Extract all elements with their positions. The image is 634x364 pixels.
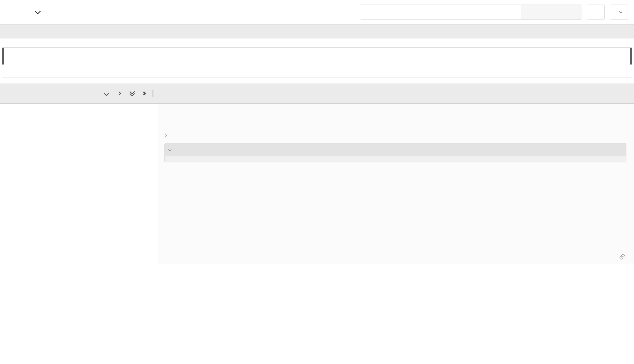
minimap-ruler [0,38,634,48]
collapse-one-icon[interactable] [104,92,108,95]
timeline-ruler [158,83,634,104]
keyboard-shortcuts-button[interactable] [587,5,605,20]
chevron-down-icon [168,148,172,151]
find-input[interactable] [360,5,521,19]
back-button[interactable] [0,0,28,24]
timeline-column-header [0,83,158,104]
view-selector-button[interactable] [610,5,628,20]
span-detail-panel [158,104,634,264]
column-resize-handle[interactable] [152,90,154,97]
logs-header[interactable] [165,143,626,156]
minimap-right-scrubber[interactable] [630,48,632,65]
tags-row[interactable] [164,134,626,137]
logs-section [164,143,626,162]
span-id-row [613,253,625,260]
chevron-right-icon [164,134,167,137]
find-bar [360,5,582,20]
collapse-all-icon[interactable] [130,92,134,96]
minimap-left-scrubber[interactable] [2,48,4,65]
chevron-down-icon [619,10,622,13]
minimap-canvas[interactable] [2,48,632,77]
trace-summary-bar [0,24,634,38]
page-header [0,0,634,24]
span-tree-gutter [0,104,158,264]
span-detail-strip [0,104,634,264]
trace-minimap [0,38,634,83]
logs-note [165,156,626,162]
timeline-main [0,83,634,264]
collapse-trace-header-icon[interactable] [34,8,41,14]
span-detail-meta [600,113,626,120]
trace-timeline-page [0,0,634,364]
expand-one-icon[interactable] [118,92,121,95]
copy-link-icon[interactable] [619,253,625,260]
expand-all-icon[interactable] [144,92,146,95]
find-tools [521,5,582,19]
